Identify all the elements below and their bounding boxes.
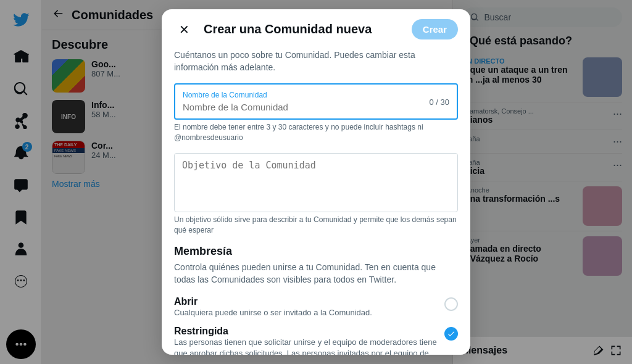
char-counter: 0 / 30 <box>429 97 449 106</box>
community-objetivo-textarea[interactable] <box>182 160 450 203</box>
radio-abrir[interactable] <box>444 297 458 311</box>
name-input-group: Nombre de la Comunidad 0 / 30 <box>174 83 458 120</box>
modal-overlay: ✕ Crear una Comunidad nueva Crear Cuénta… <box>0 0 632 364</box>
membership-label-abrir: Abrir Cualquiera puede unirse o ser invi… <box>174 296 444 318</box>
membership-desc: Controla quiénes pueden unirse a tu Comu… <box>174 262 458 286</box>
name-input-label: Nombre de la Comunidad <box>183 91 449 99</box>
membership-option-abrir[interactable]: Abrir Cualquiera puede unirse o ser invi… <box>174 296 458 318</box>
membership-name-restringida: Restringida <box>174 326 444 337</box>
membership-heading: Membresía <box>174 245 458 258</box>
membership-option-restringida[interactable]: Restringida Las personas tienen que soli… <box>174 326 458 355</box>
modal-subtitle: Cuéntanos un poco sobre tu Comunidad. Pu… <box>174 49 458 73</box>
name-input-hint: El nombre debe tener entre 3 y 30 caract… <box>174 122 458 143</box>
membership-label-restringida: Restringida Las personas tienen que soli… <box>174 326 444 355</box>
modal-close-button[interactable]: ✕ <box>174 20 194 39</box>
membership-sub-abrir: Cualquiera puede unirse o ser invitado a… <box>174 307 444 318</box>
modal-title: Crear una Comunidad nueva <box>204 22 402 36</box>
community-name-input[interactable] <box>183 102 449 112</box>
objetivo-hint: Un objetivo sólido sirve para describir … <box>174 215 458 236</box>
objetivo-textarea-group <box>174 153 458 212</box>
crear-button[interactable]: Crear <box>412 19 458 39</box>
modal: ✕ Crear una Comunidad nueva Crear Cuénta… <box>162 9 470 355</box>
modal-body: Cuéntanos un poco sobre tu Comunidad. Pu… <box>162 49 470 355</box>
membership-name-abrir: Abrir <box>174 296 444 307</box>
radio-restringida-checked[interactable] <box>444 327 458 341</box>
modal-header: ✕ Crear una Comunidad nueva Crear <box>162 9 470 49</box>
membership-sub-restringida: Las personas tienen que solicitar unirse… <box>174 337 444 355</box>
